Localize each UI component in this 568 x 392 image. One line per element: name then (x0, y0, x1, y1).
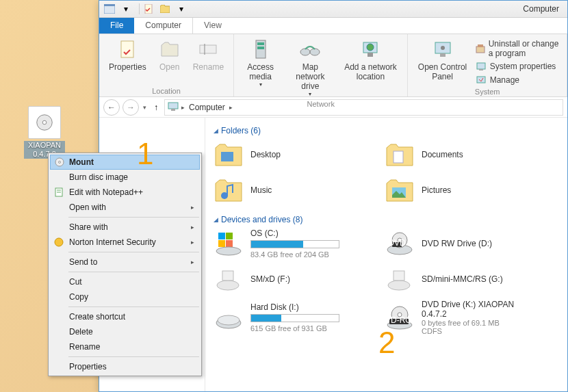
properties-qat-icon[interactable] (142, 3, 155, 15)
callout-2: 2 (378, 326, 395, 360)
chevron-right-icon[interactable]: ▸ (181, 104, 185, 111)
svg-rect-33 (218, 233, 225, 239)
ribbon: Properties Open Rename Location Access m… (99, 34, 567, 97)
hdd-icon (214, 228, 244, 259)
qat-dropdown-icon[interactable]: ▾ (175, 3, 188, 15)
chevron-right-icon[interactable]: ▸ (229, 104, 233, 111)
drive-os-c[interactable]: OS (C:) 83.4 GB free of 204 GB (214, 228, 364, 259)
properties-button[interactable]: Properties (105, 37, 151, 86)
rename-button[interactable]: Rename (189, 37, 228, 86)
svg-rect-3 (104, 4, 115, 6)
svg-point-1 (42, 120, 47, 125)
drive-hd-i[interactable]: Hard Disk (I:) 615 GB free of 931 GB (214, 300, 364, 335)
folder-icon (214, 175, 244, 205)
uninstall-button[interactable]: Uninstall or change a program (474, 38, 561, 59)
ctx-send-to[interactable]: Send to▸ (50, 254, 200, 270)
window-title: Computer (523, 4, 563, 14)
svg-point-48 (218, 315, 240, 325)
submenu-arrow-icon: ▸ (191, 224, 194, 231)
svg-rect-25 (171, 109, 175, 111)
svg-point-37 (216, 247, 241, 255)
add-location-button[interactable]: Add a network location (339, 37, 402, 99)
section-drives[interactable]: ◢ Devices and drives (8) (214, 215, 559, 224)
uninstall-icon (476, 43, 485, 54)
folder-icon (385, 140, 415, 170)
svg-rect-30 (393, 151, 403, 163)
media-server-icon (250, 38, 272, 60)
drive-dvd-rw-d[interactable]: DVD DVD RW Drive (D:) (385, 228, 535, 259)
back-button[interactable]: ← (103, 99, 120, 116)
system-props-icon (476, 61, 487, 72)
ctx-norton[interactable]: Norton Internet Security▸ (50, 235, 200, 250)
access-media-button[interactable]: Access media ▾ (240, 37, 281, 99)
svg-rect-19 (476, 47, 485, 53)
folder-music[interactable]: Music (214, 175, 364, 205)
breadcrumb-item[interactable]: Computer (188, 103, 227, 112)
ctx-open-with[interactable]: Open with▸ (50, 200, 200, 215)
submenu-arrow-icon: ▸ (191, 204, 194, 211)
hdd-icon (214, 302, 244, 332)
svg-rect-17 (440, 53, 446, 57)
ctx-share-with[interactable]: Share with▸ (50, 220, 200, 235)
svg-point-43 (217, 280, 239, 290)
desktop-file-iso[interactable]: XIAOPAN 0.4.7.2 (24, 106, 65, 159)
dvd-drive-icon: DVD (385, 228, 415, 259)
ctx-copy[interactable]: Copy (50, 289, 200, 304)
ribbon-group-system: Open Control Panel Uninstall or change a… (408, 34, 567, 96)
qat-dropdown-icon[interactable]: ▾ (120, 3, 132, 15)
section-folders[interactable]: ◢ Folders (6) (214, 126, 559, 135)
ctx-create-shortcut[interactable]: Create shortcut (50, 309, 200, 324)
up-button[interactable]: ↑ (151, 102, 162, 113)
folder-pictures[interactable]: Pictures (385, 175, 535, 205)
open-button[interactable]: Open (153, 37, 186, 86)
manage-icon (476, 75, 487, 86)
network-location-icon (359, 38, 381, 60)
ctx-mount[interactable]: Mount (50, 155, 200, 170)
drive-sm-xd-f[interactable]: SM/xD (F:) (214, 264, 364, 294)
forward-button[interactable]: → (122, 99, 139, 116)
svg-point-11 (300, 49, 310, 55)
ctx-edit-notepadpp[interactable]: Edit with Notepad++ (50, 185, 200, 200)
ctx-properties[interactable]: Properties (50, 359, 200, 374)
folder-desktop[interactable]: Desktop (214, 140, 364, 170)
card-reader-icon (385, 264, 415, 294)
tab-file[interactable]: File (99, 18, 134, 34)
open-icon (159, 38, 181, 60)
ctx-cut[interactable]: Cut (50, 274, 200, 289)
map-drive-button[interactable]: Map network drive ▾ (284, 37, 336, 99)
collapse-icon: ◢ (214, 216, 218, 223)
folder-documents[interactable]: Documents (385, 140, 535, 170)
system-properties-button[interactable]: System properties (474, 60, 561, 73)
disc-file-icon (28, 106, 61, 139)
svg-rect-9 (257, 42, 264, 45)
ctx-delete[interactable]: Delete (50, 324, 200, 339)
control-panel-button[interactable]: Open Control Panel (413, 37, 471, 86)
new-folder-qat-icon[interactable] (159, 3, 171, 15)
drive-dvd-k-xiaopan[interactable]: DVD-ROM DVD Drive (K:) XIAOPAN 0.4.7.2 0… (385, 300, 535, 335)
svg-point-59 (55, 238, 63, 246)
disc-icon (54, 157, 65, 168)
svg-rect-21 (477, 63, 485, 69)
ctx-rename[interactable]: Rename (50, 339, 200, 354)
window-icon (103, 3, 116, 15)
breadcrumb[interactable]: ▸ Computer ▸ (164, 99, 563, 116)
computer-icon (168, 102, 179, 113)
notepad-icon (53, 187, 64, 198)
ribbon-group-network: Access media ▾ Map network drive ▾ Add a… (234, 34, 408, 96)
svg-point-12 (310, 49, 320, 55)
control-panel-icon (432, 38, 454, 60)
card-reader-icon (214, 264, 244, 294)
svg-rect-15 (367, 53, 373, 57)
manage-button[interactable]: Manage (474, 74, 561, 86)
callout-1: 1 (137, 137, 153, 171)
submenu-arrow-icon: ▸ (191, 239, 194, 246)
ctx-burn[interactable]: Burn disc image (50, 170, 200, 185)
submenu-arrow-icon: ▸ (191, 259, 194, 265)
separator (139, 3, 140, 14)
tab-view[interactable]: View (193, 18, 233, 34)
drive-sd-mmc-g[interactable]: SD/mini-MMC/RS (G:) (385, 264, 535, 294)
history-dropdown[interactable]: ▾ (142, 104, 148, 111)
tab-computer[interactable]: Computer (134, 18, 193, 34)
rename-icon (197, 38, 219, 60)
svg-text:DVD-ROM: DVD-ROM (385, 315, 414, 325)
